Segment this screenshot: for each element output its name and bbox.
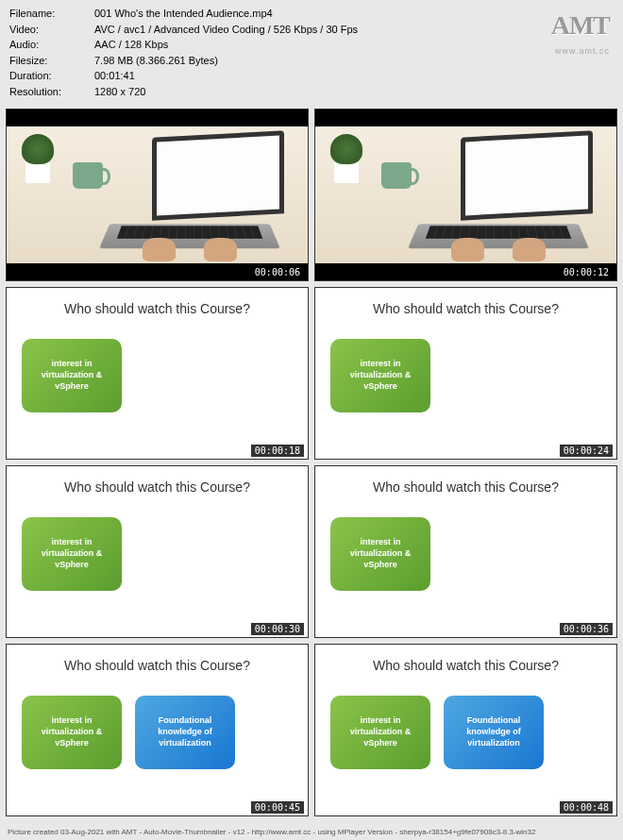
audio-value: AAC / 128 Kbps — [94, 37, 168, 53]
logo-text: AMT — [551, 6, 610, 45]
thumbnail: Who should watch this Course? interest i… — [314, 465, 617, 638]
mug-icon — [73, 162, 103, 189]
timestamp: 00:00:24 — [560, 445, 613, 457]
slide-title: Who should watch this Course? — [18, 479, 296, 495]
green-box: interest in virtualization & vSphere — [330, 696, 430, 769]
slide-title: Who should watch this Course? — [18, 658, 296, 673]
thumbnail: 00:00:12 — [314, 109, 617, 281]
timestamp: 00:00:36 — [560, 623, 613, 635]
video-value: AVC / avc1 / Advanced Video Coding / 526… — [94, 22, 358, 38]
laptop-scene-image — [7, 126, 308, 263]
green-box: interest in virtualization & vSphere — [330, 517, 430, 591]
green-box: interest in virtualization & vSphere — [22, 696, 122, 769]
audio-label: Audio: — [9, 37, 94, 53]
resolution-label: Resolution: — [9, 84, 94, 100]
amt-logo: AMT www.amt.cc — [551, 6, 610, 59]
slide-title: Who should watch this Course? — [327, 301, 605, 316]
timestamp: 00:00:45 — [251, 801, 304, 814]
green-box: interest in virtualization & vSphere — [330, 339, 430, 412]
filename-label: Filename: — [9, 6, 94, 22]
blue-box: Foundational knowledge of virtualization — [135, 696, 235, 769]
resolution-value: 1280 x 720 — [94, 84, 145, 100]
filename-value: 001 Who's the Intended Audience.mp4 — [94, 6, 273, 22]
thumbnail: 00:00:06 — [6, 109, 309, 281]
timestamp: 00:00:18 — [251, 445, 304, 457]
filesize-value: 7.98 MB (8.366.261 Bytes) — [94, 53, 218, 69]
slide-title: Who should watch this Course? — [327, 479, 605, 495]
green-box: interest in virtualization & vSphere — [22, 517, 122, 591]
filesize-label: Filesize: — [9, 53, 94, 69]
duration-label: Duration: — [9, 68, 94, 84]
slide-title: Who should watch this Course? — [327, 658, 605, 673]
footer-text: Picture created 03-Aug-2021 with AMT - A… — [0, 824, 623, 840]
timestamp: 00:00:06 — [251, 266, 304, 278]
plant-icon — [14, 126, 61, 183]
thumbnail-grid: 00:00:06 00:00:12 Who should watch this … — [0, 105, 623, 820]
timestamp: 00:00:12 — [560, 266, 613, 278]
video-label: Video: — [9, 22, 94, 38]
logo-url: www.amt.cc — [551, 45, 610, 59]
thumbnail: Who should watch this Course? interest i… — [6, 644, 309, 816]
thumbnail: Who should watch this Course? interest i… — [314, 644, 617, 816]
plant-icon — [323, 126, 370, 183]
thumbnail: Who should watch this Course? interest i… — [314, 287, 617, 460]
duration-value: 00:01:41 — [94, 68, 135, 84]
mug-icon — [381, 162, 412, 189]
timestamp: 00:00:30 — [251, 623, 304, 635]
thumbnail: Who should watch this Course? interest i… — [6, 465, 309, 638]
blue-box: Foundational knowledge of virtualization — [444, 696, 544, 769]
timestamp: 00:00:48 — [560, 801, 613, 814]
laptop-scene-image — [315, 126, 616, 263]
green-box: interest in virtualization & vSphere — [22, 339, 122, 412]
thumbnail: Who should watch this Course? interest i… — [6, 287, 309, 460]
metadata-header: Filename:001 Who's the Intended Audience… — [0, 0, 623, 105]
slide-title: Who should watch this Course? — [18, 301, 296, 316]
